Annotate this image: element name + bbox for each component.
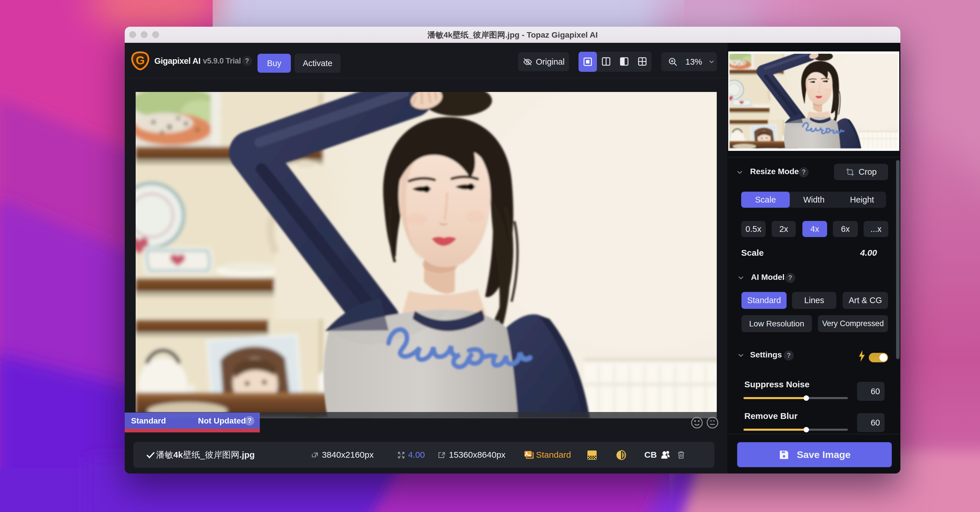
svg-text:G: G (136, 54, 145, 67)
